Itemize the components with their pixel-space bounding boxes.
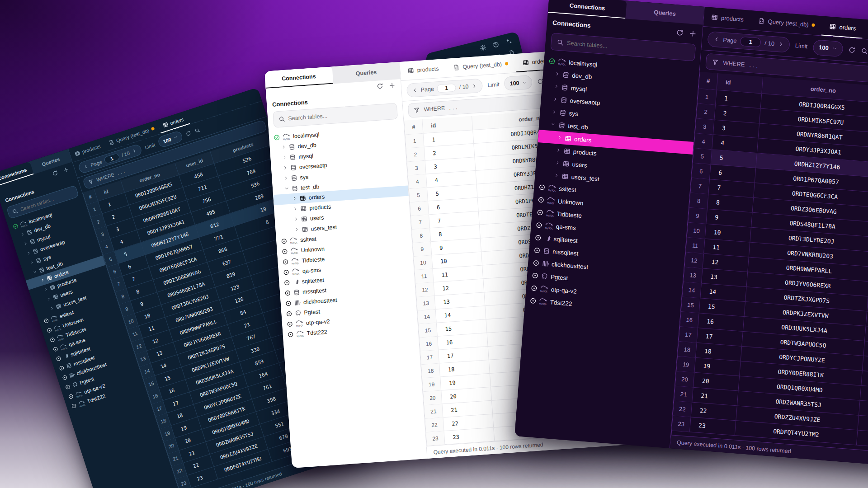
tree-item-label: sqlitetest bbox=[302, 277, 324, 284]
gear-icon[interactable] bbox=[479, 44, 487, 52]
chevron-right-icon[interactable] bbox=[553, 83, 559, 90]
history-icon[interactable] bbox=[492, 41, 500, 49]
chevron-down-icon bbox=[551, 122, 556, 127]
search-button[interactable] bbox=[861, 47, 868, 55]
limit-select[interactable]: 100 bbox=[812, 39, 844, 57]
table-icon bbox=[299, 195, 306, 202]
page-next-button[interactable] bbox=[472, 83, 477, 89]
dot-circle-icon bbox=[52, 346, 59, 352]
page-next-button[interactable] bbox=[778, 41, 784, 47]
chevron-right-icon[interactable] bbox=[294, 216, 299, 223]
chevron-right-icon[interactable] bbox=[283, 175, 288, 182]
chevron-down-icon[interactable] bbox=[551, 121, 556, 128]
sparkles-icon[interactable] bbox=[505, 38, 513, 46]
mysql-icon: MySQL bbox=[50, 314, 59, 323]
chevron-right-icon[interactable] bbox=[554, 172, 559, 179]
chevron-right-icon[interactable] bbox=[552, 96, 558, 103]
chevron-right-icon[interactable] bbox=[282, 155, 287, 161]
cell-n: 19 bbox=[422, 377, 441, 392]
tab-products[interactable]: products bbox=[400, 59, 447, 80]
dot-circle-icon bbox=[286, 310, 292, 317]
dot-circle-icon bbox=[283, 269, 290, 276]
tab-label: Query (test_db) bbox=[462, 61, 502, 70]
search-button[interactable] bbox=[194, 127, 201, 134]
refresh-icon[interactable] bbox=[52, 169, 59, 177]
tree-item-label: qa-sms bbox=[556, 223, 576, 231]
cell-user_id: 691 bbox=[857, 431, 868, 452]
mysql-icon: MySQL bbox=[540, 284, 548, 293]
unsaved-dot bbox=[151, 127, 155, 131]
chevron-right-icon[interactable] bbox=[26, 250, 32, 257]
mysql-icon: MySQL bbox=[296, 319, 304, 327]
limit-select[interactable]: 100 bbox=[504, 75, 533, 91]
table-icon bbox=[52, 294, 59, 300]
dot-circle-icon bbox=[530, 284, 538, 291]
mysql-icon: MySQL bbox=[545, 221, 553, 230]
column-header-num[interactable]: # bbox=[404, 119, 423, 135]
chevron-right-icon[interactable] bbox=[20, 231, 25, 238]
page-number-input[interactable]: 1 bbox=[740, 37, 762, 48]
chevron-left-icon bbox=[412, 87, 418, 93]
cell-n: 15 bbox=[681, 297, 700, 313]
search-icon bbox=[861, 47, 868, 55]
page-next-button[interactable] bbox=[131, 148, 137, 154]
chevron-right-icon[interactable] bbox=[552, 108, 557, 116]
refresh-icon[interactable] bbox=[376, 82, 383, 89]
chevron-right-icon[interactable] bbox=[293, 206, 298, 212]
table-icon bbox=[561, 173, 569, 180]
chevron-right-icon[interactable] bbox=[555, 160, 560, 167]
page-prev-button[interactable] bbox=[83, 164, 89, 170]
chevron-right-icon[interactable] bbox=[29, 260, 35, 266]
page-number-input[interactable]: 1 bbox=[103, 152, 120, 164]
chevron-right-icon[interactable] bbox=[49, 305, 55, 312]
chevron-down-icon[interactable] bbox=[284, 185, 289, 192]
page-prev-button[interactable] bbox=[713, 36, 720, 42]
tab-orders[interactable]: orders bbox=[821, 16, 864, 39]
refresh-button[interactable] bbox=[185, 130, 192, 137]
database-icon bbox=[561, 84, 568, 91]
clickhouse-icon bbox=[294, 299, 301, 306]
mysql-icon: MySQL bbox=[296, 319, 304, 327]
app-layout: ConnectionsQueriesConnectionsMySQLlocalm… bbox=[514, 0, 868, 470]
clickhouse-icon bbox=[69, 372, 75, 379]
chevron-right-icon[interactable] bbox=[23, 241, 28, 247]
column-header-id[interactable]: id bbox=[717, 73, 764, 94]
chevron-right-icon[interactable] bbox=[555, 70, 560, 78]
page-prev-button[interactable] bbox=[412, 87, 418, 93]
column-header-num[interactable]: # bbox=[699, 72, 718, 90]
plus-icon[interactable] bbox=[388, 81, 396, 89]
plus-icon[interactable] bbox=[62, 166, 69, 173]
mysql-icon: MySQL bbox=[539, 297, 547, 305]
chevron-right-icon bbox=[294, 216, 299, 221]
chevron-right-icon bbox=[29, 260, 34, 265]
search-tables-input[interactable] bbox=[288, 108, 392, 122]
chevron-right-icon[interactable] bbox=[292, 195, 297, 202]
refresh-button[interactable] bbox=[848, 46, 856, 54]
chevron-right-icon[interactable] bbox=[281, 144, 286, 151]
cell-n: 1 bbox=[698, 89, 717, 105]
chevron-down-icon[interactable] bbox=[32, 269, 38, 275]
refresh-icon[interactable] bbox=[676, 28, 684, 37]
svg-text:MySQL: MySQL bbox=[546, 214, 554, 217]
chevron-right-icon[interactable] bbox=[40, 277, 46, 283]
chevron-right-icon[interactable] bbox=[294, 226, 299, 233]
chevron-right-icon[interactable] bbox=[557, 134, 562, 141]
tree-item-label: Tidbteste bbox=[557, 210, 582, 219]
chevron-right-icon[interactable] bbox=[556, 147, 561, 154]
database-icon bbox=[293, 289, 300, 296]
cell-n: 23 bbox=[426, 431, 445, 446]
search-tables-input[interactable] bbox=[566, 39, 689, 56]
chevron-right-icon[interactable] bbox=[283, 164, 288, 171]
tree-item-label: products bbox=[573, 148, 597, 157]
mysql-icon: MySQL bbox=[546, 209, 554, 217]
page-number-input[interactable]: 1 bbox=[437, 83, 456, 93]
svg-text:MySQL: MySQL bbox=[545, 226, 553, 230]
chevron-right-icon[interactable] bbox=[43, 286, 48, 293]
tab-products[interactable]: products bbox=[703, 7, 752, 30]
tab-label: products bbox=[81, 143, 101, 154]
page-total: / 10 bbox=[764, 40, 775, 47]
postgres-icon bbox=[541, 272, 548, 280]
chevron-right-icon[interactable] bbox=[46, 296, 52, 302]
plus-icon[interactable] bbox=[689, 29, 697, 38]
svg-text:MySQL: MySQL bbox=[558, 62, 566, 66]
